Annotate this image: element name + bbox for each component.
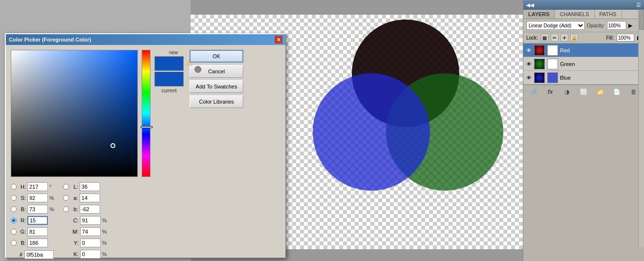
add-to-swatches-button[interactable]: Add To Swatches	[190, 80, 243, 93]
opacity-arrow[interactable]: ▶	[628, 22, 632, 29]
b2-input[interactable]	[27, 239, 48, 247]
m-row: M: %	[63, 227, 107, 237]
gamut-icon	[194, 66, 201, 73]
c-input[interactable]	[80, 216, 101, 225]
y-label: Y:	[71, 240, 79, 246]
m-label: M:	[71, 229, 79, 235]
hsb-rgb-group: H: ° S: % B: % R:	[11, 182, 54, 259]
mask-icon[interactable]: ⬜	[579, 87, 588, 96]
b3-input[interactable]	[80, 205, 100, 214]
k-input[interactable]	[80, 250, 101, 259]
fill-input[interactable]	[617, 34, 634, 42]
close-button[interactable]: ✕	[275, 36, 282, 44]
values-section: H: ° S: % B: % R:	[11, 182, 280, 259]
spectrum-cursor	[110, 143, 115, 148]
layer-name-blue: Blue	[560, 75, 642, 81]
adjustment-layer-icon[interactable]: ◑	[562, 87, 571, 96]
r-radio[interactable]	[11, 218, 17, 223]
g-input[interactable]	[27, 227, 48, 236]
layer-thumb-blue	[534, 72, 545, 83]
k-unit: %	[102, 251, 107, 257]
warning-icon: ⚠	[186, 58, 193, 67]
layer-item-green[interactable]: 👁 Green	[523, 57, 644, 71]
hue-slider[interactable]	[142, 50, 150, 177]
color-spectrum[interactable]	[11, 50, 138, 177]
panel-scrollbar[interactable]	[638, 10, 644, 247]
buttons-column: OK Cancel Add To Swatches Color Librarie…	[190, 50, 243, 108]
y-input[interactable]	[80, 239, 101, 247]
panel-controls: Linear Dodge (Add) Opacity: ▶	[523, 19, 644, 32]
l-radio[interactable]	[63, 184, 69, 190]
lock-all-btn[interactable]: 🔒	[570, 34, 578, 42]
a-row: a:	[63, 193, 107, 203]
dialog-title: Color Picker (Foreground Color)	[9, 37, 91, 43]
b3-radio[interactable]	[63, 206, 69, 212]
fill-label: Fill:	[606, 35, 614, 41]
layer-item-red[interactable]: 👁 Red	[523, 44, 644, 57]
blend-mode-select[interactable]: Linear Dodge (Add)	[526, 21, 585, 30]
b-input[interactable]	[27, 205, 48, 214]
a-label: a:	[70, 195, 78, 201]
b-label: B:	[18, 206, 26, 212]
color-libraries-button[interactable]: Color Libraries	[190, 95, 243, 108]
l-label: L:	[70, 184, 78, 190]
scroll-thumb[interactable]	[639, 10, 644, 30]
a-radio[interactable]	[63, 195, 69, 201]
lock-row: Lock: ▦ ✏ ✛ 🔒 Fill: ▶	[523, 32, 644, 44]
ok-button[interactable]: OK	[190, 50, 243, 63]
layer-name-red: Red	[560, 47, 642, 53]
lock-move-btn[interactable]: ✛	[560, 34, 568, 42]
h-unit: °	[49, 184, 51, 190]
l-input[interactable]	[80, 182, 100, 191]
dialog-body: new ⚠ current OK Cancel Add To Swatches …	[6, 45, 285, 261]
panel-menu-icon[interactable]: ☰	[636, 2, 641, 8]
c-unit: %	[102, 218, 107, 223]
r-row: R:	[11, 216, 54, 225]
s-label: S:	[18, 195, 26, 201]
s-input[interactable]	[27, 194, 48, 202]
new-label: new	[169, 50, 178, 55]
b3-label: b:	[70, 206, 78, 212]
h-radio[interactable]	[11, 184, 17, 190]
opacity-input[interactable]	[607, 21, 626, 30]
hex-input[interactable]	[24, 250, 54, 259]
r-input[interactable]	[27, 216, 48, 225]
layer-thumb-red	[534, 45, 545, 56]
s-radio[interactable]	[11, 195, 17, 201]
hash-label: #	[20, 252, 22, 258]
dialog-titlebar: Color Picker (Foreground Color) ✕	[6, 34, 285, 45]
eye-icon-green[interactable]: 👁	[525, 61, 532, 67]
fx-icon[interactable]: fx	[546, 87, 555, 96]
m-input[interactable]	[80, 227, 101, 236]
eye-icon-red[interactable]: 👁	[525, 47, 532, 54]
h-input[interactable]	[27, 182, 48, 191]
tab-channels[interactable]: CHANNELS	[555, 10, 595, 19]
b2-radio[interactable]	[11, 240, 17, 246]
h-label: H:	[18, 184, 26, 190]
hex-row: #	[11, 250, 54, 259]
b2-row: B:	[11, 238, 54, 248]
panel-title: ◀◀	[526, 2, 534, 8]
lock-transparency-btn[interactable]: ▦	[541, 34, 549, 42]
hue-slider-track	[142, 50, 150, 176]
folder-icon[interactable]: 📁	[596, 87, 605, 96]
layer-mask-red	[547, 45, 558, 56]
link-icon[interactable]: 🔗	[529, 87, 538, 96]
lock-label: Lock:	[526, 35, 538, 41]
g-radio[interactable]	[11, 229, 17, 235]
b2-label: B:	[18, 240, 26, 246]
b-row: B: %	[11, 204, 54, 214]
eye-icon-blue[interactable]: 👁	[525, 74, 532, 81]
delete-icon[interactable]: 🗑	[629, 87, 638, 96]
dialog-main-row: new ⚠ current OK Cancel Add To Swatches …	[11, 50, 280, 177]
b-unit: %	[49, 206, 54, 212]
a-input[interactable]	[80, 194, 100, 202]
tab-layers[interactable]: LAYERS	[523, 10, 555, 19]
new-layer-icon[interactable]: 📄	[613, 87, 622, 96]
b-radio[interactable]	[11, 206, 17, 212]
lock-paint-btn[interactable]: ✏	[551, 34, 558, 42]
swatch-new	[154, 56, 184, 71]
tab-paths[interactable]: PATHS	[595, 10, 622, 19]
y-row: Y: %	[63, 238, 107, 248]
layer-item-blue[interactable]: 👁 Blue	[523, 71, 644, 85]
